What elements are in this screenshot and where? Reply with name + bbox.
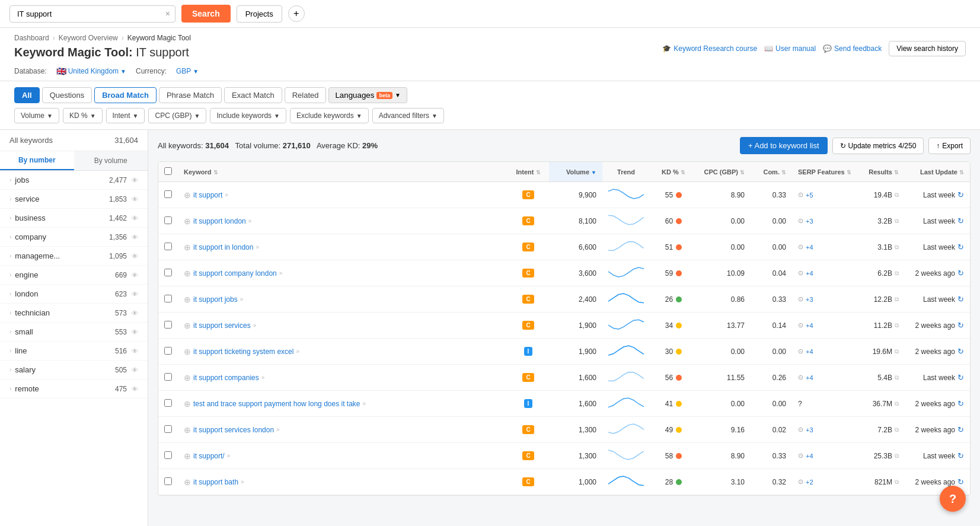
breadcrumb-keyword-overview[interactable]: Keyword Overview bbox=[59, 34, 118, 42]
copy-icon[interactable]: ⧉ bbox=[895, 374, 899, 381]
breadcrumb-dashboard[interactable]: Dashboard bbox=[14, 34, 49, 42]
keyword-add-icon[interactable]: ⊕ bbox=[184, 373, 191, 382]
row-refresh-icon[interactable]: ↻ bbox=[957, 190, 964, 199]
list-item[interactable]: › manageme... 1,095 👁 bbox=[0, 247, 148, 266]
row-checkbox[interactable] bbox=[164, 399, 172, 407]
col-header-update[interactable]: Last Update ⇅ bbox=[905, 162, 970, 182]
row-checkbox[interactable] bbox=[164, 373, 172, 381]
row-checkbox[interactable] bbox=[164, 295, 172, 302]
col-header-results[interactable]: Results ⇅ bbox=[857, 162, 905, 182]
row-checkbox[interactable] bbox=[164, 425, 172, 433]
row-refresh-icon[interactable]: ↻ bbox=[957, 321, 964, 330]
list-item[interactable]: › remote 475 👁 bbox=[0, 380, 148, 399]
keyword-link[interactable]: it support company london bbox=[193, 269, 277, 278]
keyword-add-icon[interactable]: ⊕ bbox=[184, 399, 191, 409]
row-refresh-icon[interactable]: ↻ bbox=[957, 347, 964, 356]
keyword-link[interactable]: it support bath bbox=[193, 478, 238, 486]
copy-icon[interactable]: ⧉ bbox=[895, 296, 899, 303]
keyword-link[interactable]: it support/ bbox=[193, 452, 225, 460]
keyword-add-icon[interactable]: ⊕ bbox=[184, 243, 191, 252]
row-checkbox[interactable] bbox=[164, 243, 172, 250]
tab-related[interactable]: Related bbox=[285, 87, 327, 103]
copy-icon[interactable]: ⧉ bbox=[895, 270, 899, 277]
send-feedback-link[interactable]: 💬 Send feedback bbox=[823, 44, 882, 53]
copy-icon[interactable]: ⧉ bbox=[895, 348, 899, 355]
copy-icon[interactable]: ⧉ bbox=[895, 192, 899, 199]
select-all-checkbox[interactable] bbox=[164, 167, 172, 175]
sort-by-number-tab[interactable]: By number bbox=[0, 151, 74, 170]
row-checkbox[interactable] bbox=[164, 216, 172, 224]
row-checkbox[interactable] bbox=[164, 477, 172, 485]
row-refresh-icon[interactable]: ↻ bbox=[957, 216, 964, 225]
copy-icon[interactable]: ⧉ bbox=[895, 400, 899, 407]
list-item[interactable]: › salary 505 👁 bbox=[0, 361, 148, 380]
search-input[interactable] bbox=[15, 6, 165, 22]
search-button[interactable]: Search bbox=[181, 5, 231, 23]
keyword-add-icon[interactable]: ⊕ bbox=[184, 269, 191, 278]
add-to-keyword-list-button[interactable]: + Add to keyword list bbox=[740, 137, 828, 154]
list-item[interactable]: › technician 573 👁 bbox=[0, 304, 148, 323]
keyword-add-icon[interactable]: ⊕ bbox=[184, 321, 191, 330]
copy-icon[interactable]: ⧉ bbox=[895, 479, 899, 486]
row-refresh-icon[interactable]: ↻ bbox=[957, 451, 964, 460]
col-header-intent[interactable]: Intent ⇅ bbox=[507, 162, 549, 182]
row-checkbox[interactable] bbox=[164, 347, 172, 355]
filter-advanced[interactable]: Advanced filters ▼ bbox=[372, 108, 444, 123]
user-manual-link[interactable]: 📖 User manual bbox=[764, 44, 816, 53]
keyword-add-icon[interactable]: ⊕ bbox=[184, 477, 191, 487]
tab-questions[interactable]: Questions bbox=[42, 87, 92, 103]
keyword-link[interactable]: it support london bbox=[193, 217, 246, 225]
keyword-add-icon[interactable]: ⊕ bbox=[184, 216, 191, 226]
col-header-serp[interactable]: SERP Features ⇅ bbox=[792, 162, 857, 182]
filter-cpc[interactable]: CPC (GBP) ▼ bbox=[148, 108, 206, 123]
filter-intent[interactable]: Intent ▼ bbox=[106, 108, 145, 123]
row-refresh-icon[interactable]: ↻ bbox=[957, 243, 964, 251]
keyword-add-icon[interactable]: ⊕ bbox=[184, 190, 191, 200]
filter-exclude-keywords[interactable]: Exclude keywords ▼ bbox=[290, 108, 369, 123]
tab-exact-match[interactable]: Exact Match bbox=[224, 87, 282, 103]
keyword-link[interactable]: it support services bbox=[193, 321, 251, 330]
keyword-add-icon[interactable]: ⊕ bbox=[184, 347, 191, 356]
col-header-keyword[interactable]: Keyword ⇅ bbox=[178, 162, 507, 182]
col-header-com[interactable]: Com. ⇅ bbox=[751, 162, 792, 182]
tab-broad-match[interactable]: Broad Match bbox=[94, 87, 157, 103]
filter-volume[interactable]: Volume ▼ bbox=[14, 108, 59, 123]
list-item[interactable]: › jobs 2,477 👁 bbox=[0, 171, 148, 190]
list-item[interactable]: › small 553 👁 bbox=[0, 323, 148, 342]
projects-button[interactable]: Projects bbox=[237, 5, 282, 23]
keyword-link[interactable]: it support companies bbox=[193, 374, 259, 382]
keyword-link[interactable]: it support ticketing system excel bbox=[193, 348, 293, 356]
col-header-volume[interactable]: Volume ▼ bbox=[549, 162, 602, 182]
keyword-link[interactable]: it support services london bbox=[193, 426, 274, 434]
help-fab-button[interactable]: ? bbox=[940, 486, 966, 512]
col-header-cpc[interactable]: CPC (GBP) ⇅ bbox=[697, 162, 751, 182]
update-metrics-button[interactable]: ↻ Update metrics 4/250 bbox=[832, 138, 924, 154]
list-item[interactable]: › line 516 👁 bbox=[0, 342, 148, 361]
tab-languages[interactable]: Languages beta ▼ bbox=[328, 87, 407, 103]
db-country-link[interactable]: 🇬🇧 United Kingdom ▼ bbox=[56, 66, 126, 76]
tab-all[interactable]: All bbox=[14, 87, 40, 103]
row-checkbox[interactable] bbox=[164, 190, 172, 198]
row-refresh-icon[interactable]: ↻ bbox=[957, 399, 964, 408]
export-button[interactable]: ↑ Export bbox=[928, 138, 971, 154]
col-header-trend[interactable]: Trend bbox=[602, 162, 650, 182]
currency-link[interactable]: GBP ▼ bbox=[176, 67, 199, 75]
copy-icon[interactable]: ⧉ bbox=[895, 452, 899, 460]
filter-include-keywords[interactable]: Include keywords ▼ bbox=[210, 108, 286, 123]
tab-phrase-match[interactable]: Phrase Match bbox=[159, 87, 222, 103]
col-header-kd[interactable]: KD % ⇅ bbox=[650, 162, 697, 182]
copy-icon[interactable]: ⧉ bbox=[895, 218, 899, 225]
row-refresh-icon[interactable]: ↻ bbox=[957, 425, 964, 434]
row-refresh-icon[interactable]: ↻ bbox=[957, 269, 964, 278]
copy-icon[interactable]: ⧉ bbox=[895, 322, 899, 329]
keyword-link[interactable]: it support jobs bbox=[193, 295, 238, 304]
list-item[interactable]: › service 1,853 👁 bbox=[0, 190, 148, 209]
filter-kd[interactable]: KD % ▼ bbox=[63, 108, 103, 123]
list-item[interactable]: › london 623 👁 bbox=[0, 285, 148, 304]
copy-icon[interactable]: ⧉ bbox=[895, 244, 899, 251]
list-item[interactable]: › company 1,356 👁 bbox=[0, 228, 148, 247]
copy-icon[interactable]: ⧉ bbox=[895, 426, 899, 433]
row-refresh-icon[interactable]: ↻ bbox=[957, 295, 964, 304]
keyword-link[interactable]: it support in london bbox=[193, 243, 253, 251]
sort-by-volume-tab[interactable]: By volume bbox=[74, 151, 148, 170]
